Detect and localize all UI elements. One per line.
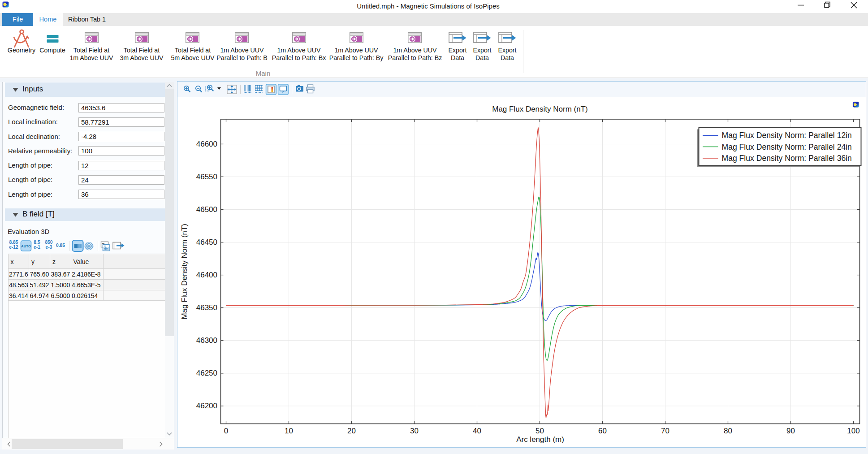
svg-text:0: 0 — [224, 427, 228, 435]
svg-text:AUTO: AUTO — [21, 244, 31, 248]
svg-text:850: 850 — [45, 240, 52, 245]
svg-text:0.85: 0.85 — [56, 243, 65, 248]
svg-text:8.5: 8.5 — [34, 240, 40, 245]
svg-text:8.85: 8.85 — [9, 240, 18, 245]
svg-text:46400: 46400 — [196, 271, 217, 279]
svg-text:46550: 46550 — [196, 173, 217, 181]
svg-text:60: 60 — [598, 427, 607, 435]
svg-text:Mag Flux Density Norm: Paralle: Mag Flux Density Norm: Parallel 12in — [722, 131, 852, 140]
svg-text:e-12: e-12 — [9, 245, 18, 250]
svg-text:30: 30 — [410, 427, 419, 435]
svg-text:Mag Flux Density Norm (nT): Mag Flux Density Norm (nT) — [180, 224, 189, 319]
svg-text:46250: 46250 — [196, 369, 217, 377]
svg-text:70: 70 — [661, 427, 669, 435]
svg-text:46450: 46450 — [196, 238, 217, 246]
svg-text:e-1: e-1 — [34, 245, 40, 250]
svg-text:50: 50 — [535, 427, 544, 435]
svg-text:Mag Flux Density Norm: Paralle: Mag Flux Density Norm: Parallel 36in — [722, 154, 852, 163]
svg-text:20: 20 — [347, 427, 356, 435]
svg-text:Mag Flux Density Norm: Paralle: Mag Flux Density Norm: Parallel 24in — [722, 143, 852, 151]
svg-text:46350: 46350 — [196, 303, 217, 312]
svg-text:e-3: e-3 — [46, 245, 52, 250]
svg-text:90: 90 — [786, 427, 795, 435]
svg-text:100: 100 — [847, 427, 859, 435]
svg-text:10: 10 — [285, 427, 293, 435]
svg-text:46300: 46300 — [196, 336, 217, 345]
svg-text:80: 80 — [724, 427, 732, 435]
svg-text:46200: 46200 — [196, 402, 217, 410]
svg-text:46500: 46500 — [196, 205, 217, 214]
svg-text:Arc length (m): Arc length (m) — [516, 435, 564, 444]
svg-text:40: 40 — [473, 427, 481, 435]
svg-text:46600: 46600 — [196, 140, 217, 148]
svg-text:Mag Flux Density Norm (nT): Mag Flux Density Norm (nT) — [492, 105, 587, 113]
